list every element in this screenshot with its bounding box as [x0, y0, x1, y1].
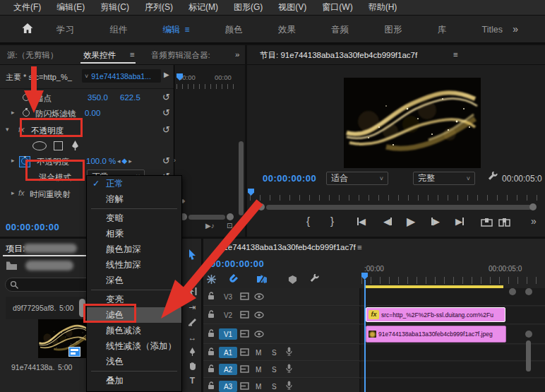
- step-forward-icon[interactable]: ▶: [431, 216, 440, 227]
- play-button-icon[interactable]: ▶: [407, 215, 415, 228]
- transport-overflow-chevron-icon[interactable]: »: [531, 215, 537, 227]
- program-hscroll-left-handle[interactable]: [258, 203, 265, 210]
- tab-program-monitor[interactable]: 节目: 91e744138aba13a30feb4cb999f1ac7f: [260, 50, 417, 61]
- twirl-right-icon[interactable]: ▸: [11, 157, 15, 164]
- keyframe-nav[interactable]: ◂◆▸: [117, 157, 133, 165]
- timeline-vscroll-bar[interactable]: [526, 340, 531, 372]
- workspace-tab-audio[interactable]: 音频: [331, 24, 349, 36]
- home-icon[interactable]: [21, 23, 34, 37]
- track-label[interactable]: V2: [219, 309, 237, 321]
- lock-icon[interactable]: [208, 380, 215, 392]
- selection-tool-icon[interactable]: [187, 249, 198, 262]
- fx-badge-icon[interactable]: fx: [18, 189, 25, 197]
- nest-sequence-icon[interactable]: [206, 274, 217, 287]
- mute-track-button[interactable]: M: [256, 383, 261, 391]
- track-lane-v1[interactable]: 91e744138aba13a30feb4cb999f1ac7f.jpeg: [361, 325, 545, 344]
- track-lane-v3[interactable]: [361, 288, 545, 306]
- anchor-y-value[interactable]: 622.5: [120, 93, 140, 102]
- track-label-targeted[interactable]: A3: [219, 381, 237, 392]
- solo-track-button[interactable]: S: [272, 349, 277, 357]
- source-patch-icon[interactable]: [240, 380, 249, 392]
- mini-vertical-scrollbar[interactable]: [239, 141, 244, 215]
- menu-item-dissolve[interactable]: 溶解: [87, 191, 181, 207]
- source-patch-icon[interactable]: [240, 290, 249, 303]
- workspace-tab-assembly[interactable]: 组件: [109, 24, 127, 36]
- panel-menu-icon[interactable]: ≡: [357, 243, 362, 251]
- mute-track-button[interactable]: M: [256, 349, 261, 357]
- twirl-right-icon[interactable]: ▸: [11, 109, 15, 116]
- track-lane-v2[interactable]: fx src=http_%2F%2Fb-ssl.duitang.com%2Fu: [361, 307, 545, 324]
- tab-effect-controls[interactable]: 效果控件: [83, 50, 116, 61]
- hand-tool-icon[interactable]: [187, 362, 198, 373]
- menu-edit[interactable]: 编辑(E): [49, 1, 92, 13]
- timeline-ruler[interactable]: [361, 277, 545, 284]
- track-select-tool-icon[interactable]: [187, 287, 198, 298]
- clip-v2-selected[interactable]: fx src=http_%2F%2Fb-ssl.duitang.com%2Fu: [366, 307, 505, 322]
- solo-track-button[interactable]: S: [272, 383, 277, 391]
- timeline-timecode[interactable]: 00:00:00:00: [210, 259, 264, 269]
- mark-out-icon[interactable]: }: [330, 215, 334, 227]
- effects-timecode[interactable]: 00:00:00:00: [6, 222, 59, 232]
- menu-item-color-dodge[interactable]: 颜色减淡: [87, 323, 181, 338]
- program-ruler[interactable]: [250, 195, 542, 201]
- menu-markers[interactable]: 标记(M): [181, 1, 226, 13]
- lock-icon[interactable]: [208, 328, 215, 340]
- timeline-vscroll-cap[interactable]: [525, 331, 532, 338]
- program-hscroll-bar[interactable]: [266, 205, 532, 210]
- pen-tool-icon[interactable]: [187, 347, 198, 359]
- settings-wrench-icon[interactable]: [487, 172, 498, 186]
- lock-icon[interactable]: [208, 290, 215, 303]
- linked-selection-icon[interactable]: [256, 274, 268, 287]
- menu-item-soft-light[interactable]: 柔光: [87, 388, 181, 392]
- menu-item-lighter-color[interactable]: 浅色: [87, 354, 181, 369]
- workspace-menu-icon[interactable]: ≡: [185, 25, 190, 35]
- workspace-tab-graphics[interactable]: 图形: [385, 24, 402, 36]
- source-patch-icon[interactable]: [240, 363, 249, 376]
- menu-item-linear-burn[interactable]: 线性加深: [87, 257, 181, 273]
- rect-mask-icon[interactable]: [54, 141, 63, 150]
- timeline-settings-wrench-icon[interactable]: [309, 274, 320, 287]
- pen-mask-icon[interactable]: [71, 140, 80, 153]
- mini-hscroll-right-handle[interactable]: [227, 213, 234, 220]
- menu-file[interactable]: 文件(F): [6, 1, 49, 13]
- track-lane-a3[interactable]: [361, 379, 545, 392]
- track-label-targeted[interactable]: V1: [219, 328, 237, 340]
- menu-item-linear-dodge[interactable]: 线性减淡（添加）: [87, 338, 181, 354]
- program-timecode[interactable]: 00:00:00:00: [263, 173, 316, 184]
- lift-icon[interactable]: [481, 217, 493, 230]
- project-thumbnail[interactable]: [38, 319, 89, 358]
- ripple-edit-tool-icon[interactable]: ⇥: [187, 302, 198, 312]
- zoom-level-dropdown[interactable]: 适合 ˅: [326, 172, 388, 185]
- reset-parameter-icon[interactable]: ↺: [162, 156, 170, 165]
- ellipse-mask-icon[interactable]: [32, 141, 47, 150]
- play-around-icon[interactable]: ▶: [164, 71, 169, 78]
- program-hscroll-right-handle[interactable]: [529, 203, 537, 210]
- source-patch-icon[interactable]: [240, 346, 249, 359]
- workspace-tab-libraries[interactable]: 库: [438, 24, 447, 36]
- track-label-targeted[interactable]: A1: [219, 347, 237, 358]
- solo-track-button[interactable]: S: [272, 366, 277, 374]
- source-patch-icon[interactable]: [240, 328, 249, 340]
- workspace-tab-learning[interactable]: 学习: [56, 24, 74, 36]
- lock-icon[interactable]: [208, 346, 215, 359]
- go-to-in-icon[interactable]: ◀: [357, 216, 366, 227]
- menu-window[interactable]: 窗口(W): [314, 1, 360, 13]
- stopwatch-icon[interactable]: [21, 109, 31, 119]
- antiflicker-value[interactable]: 0.00: [85, 109, 100, 117]
- mark-in-icon[interactable]: {: [306, 215, 310, 227]
- reset-parameter-icon[interactable]: ↺: [162, 108, 170, 117]
- playback-resolution-dropdown[interactable]: 完整 ˅: [413, 172, 475, 185]
- menu-item-darker-color[interactable]: 深色: [87, 273, 181, 288]
- bin-folder-icon[interactable]: [6, 261, 18, 273]
- stopwatch-icon[interactable]: [21, 93, 31, 103]
- razor-tool-icon[interactable]: [187, 317, 198, 328]
- mute-track-button[interactable]: M: [256, 366, 261, 374]
- step-back-icon[interactable]: ◀: [383, 216, 392, 227]
- menu-item-normal[interactable]: 正常: [87, 176, 181, 191]
- go-to-out-icon[interactable]: ▶: [455, 216, 464, 227]
- track-lane-a2[interactable]: [361, 362, 545, 378]
- menu-graphics[interactable]: 图形(G): [226, 1, 270, 13]
- menu-sequence[interactable]: 序列(S): [137, 1, 181, 13]
- twirl-right-icon[interactable]: ▸: [11, 189, 15, 196]
- workspace-tab-color[interactable]: 颜色: [225, 24, 243, 36]
